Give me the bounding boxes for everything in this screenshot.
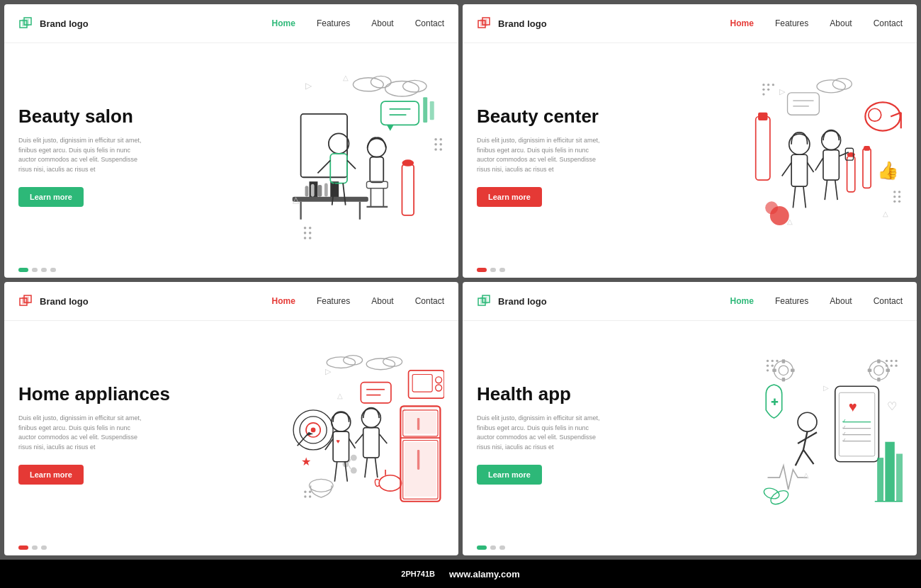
dot-3-4 bbox=[499, 545, 505, 550]
nav-home-2[interactable]: Home bbox=[730, 18, 754, 28]
svg-point-95 bbox=[893, 200, 895, 203]
svg-point-6 bbox=[371, 76, 391, 88]
svg-rect-103 bbox=[22, 297, 29, 304]
svg-line-81 bbox=[793, 186, 795, 208]
svg-point-7 bbox=[385, 81, 419, 96]
svg-line-188 bbox=[796, 450, 803, 465]
brand-text-1: Brand logo bbox=[40, 18, 89, 29]
svg-point-16 bbox=[439, 138, 442, 141]
svg-point-154 bbox=[304, 491, 306, 493]
nav-contact-4[interactable]: Contact bbox=[874, 296, 903, 306]
cta-button-3[interactable]: Learn more bbox=[18, 465, 84, 485]
nav-links-3: Home Features About Contact bbox=[272, 296, 444, 306]
nav-home-4[interactable]: Home bbox=[730, 296, 754, 306]
svg-line-82 bbox=[803, 186, 806, 208]
svg-point-94 bbox=[898, 196, 900, 198]
cta-button-1[interactable]: Learn more bbox=[18, 187, 84, 207]
svg-line-140 bbox=[355, 434, 363, 443]
svg-line-79 bbox=[782, 162, 791, 176]
dot-2-1 bbox=[32, 268, 38, 272]
svg-point-127 bbox=[351, 468, 357, 474]
nav-about-4[interactable]: About bbox=[830, 296, 852, 306]
svg-point-93 bbox=[893, 196, 895, 198]
svg-line-89 bbox=[835, 180, 837, 200]
svg-point-174 bbox=[779, 366, 788, 375]
nav-home-1[interactable]: Home bbox=[272, 18, 295, 28]
svg-rect-149 bbox=[417, 418, 419, 430]
brand-logo-icon-1 bbox=[18, 15, 35, 32]
svg-rect-62 bbox=[788, 93, 820, 115]
svg-point-153 bbox=[310, 479, 334, 492]
card-left-4: Health app Duis elit justo, dignissim in… bbox=[477, 335, 633, 533]
svg-point-47 bbox=[309, 227, 312, 230]
card-title-1: Beauty salon bbox=[18, 106, 174, 128]
dots-4 bbox=[463, 540, 917, 555]
card-right-2: ▷ bbox=[633, 57, 903, 255]
dots-1 bbox=[4, 262, 458, 278]
svg-point-155 bbox=[309, 491, 311, 493]
svg-point-151 bbox=[379, 475, 401, 491]
svg-text:✓: ✓ bbox=[842, 437, 847, 443]
svg-point-111 bbox=[436, 385, 442, 391]
nav-features-1[interactable]: Features bbox=[317, 18, 350, 28]
svg-point-105 bbox=[344, 356, 363, 365]
svg-text:♥: ♥ bbox=[337, 438, 340, 445]
nav-contact-3[interactable]: Contact bbox=[415, 296, 444, 306]
svg-line-141 bbox=[365, 458, 367, 477]
card-desc-2: Duis elit justo, dignissim in efficitur … bbox=[477, 136, 604, 174]
svg-point-55 bbox=[762, 84, 764, 86]
svg-text:👍: 👍 bbox=[877, 160, 899, 181]
svg-point-49 bbox=[309, 232, 312, 234]
card-right-4: ✚ ♥ bbox=[633, 335, 903, 533]
cta-button-4[interactable]: Learn more bbox=[477, 465, 542, 485]
dot-2-4 bbox=[490, 545, 496, 550]
svg-line-134 bbox=[349, 439, 356, 448]
brand-4: Brand logo bbox=[477, 293, 576, 310]
nav-about-2[interactable]: About bbox=[830, 18, 852, 28]
svg-rect-184 bbox=[886, 369, 890, 372]
nav-contact-1[interactable]: Contact bbox=[415, 18, 444, 28]
svg-point-66 bbox=[832, 79, 852, 90]
svg-line-139 bbox=[379, 434, 387, 443]
svg-text:♡: ♡ bbox=[887, 400, 897, 412]
svg-rect-21 bbox=[301, 114, 347, 177]
nav-features-3[interactable]: Features bbox=[317, 296, 350, 306]
svg-rect-138 bbox=[363, 428, 379, 458]
dot-2-2 bbox=[490, 268, 496, 272]
svg-point-91 bbox=[893, 191, 895, 193]
svg-rect-203 bbox=[877, 458, 883, 502]
nav-about-1[interactable]: About bbox=[371, 18, 393, 28]
svg-point-166 bbox=[767, 369, 769, 371]
svg-point-50 bbox=[304, 237, 307, 239]
nav-features-2[interactable]: Features bbox=[775, 18, 808, 28]
svg-text:✓: ✓ bbox=[842, 431, 847, 437]
svg-point-208 bbox=[769, 488, 791, 507]
nav-links-2: Home Features About Contact bbox=[730, 18, 903, 28]
nav-about-3[interactable]: About bbox=[371, 296, 393, 306]
svg-point-167 bbox=[886, 360, 888, 362]
brand-text-3: Brand logo bbox=[40, 296, 89, 307]
nav-home-3[interactable]: Home bbox=[272, 296, 295, 306]
card-health-app: Brand logo Home Features About Contact H… bbox=[463, 282, 917, 555]
dot-2-3 bbox=[32, 545, 38, 550]
card-title-3: Home appliances bbox=[18, 383, 174, 405]
svg-point-15 bbox=[434, 138, 437, 141]
dot-active-1 bbox=[18, 268, 28, 272]
cta-button-2[interactable]: Learn more bbox=[477, 187, 542, 207]
svg-point-31 bbox=[329, 133, 349, 154]
svg-rect-205 bbox=[896, 454, 903, 502]
svg-text:✓: ✓ bbox=[842, 424, 847, 431]
svg-point-98 bbox=[765, 201, 778, 214]
svg-point-161 bbox=[767, 360, 769, 362]
nav-features-4[interactable]: Features bbox=[775, 296, 808, 306]
brand-1: Brand logo bbox=[18, 15, 118, 32]
navbar-1: Brand logo Home Features About Contact bbox=[4, 4, 458, 43]
nav-contact-2[interactable]: Contact bbox=[874, 18, 903, 28]
svg-line-189 bbox=[803, 450, 814, 464]
dot-active-2 bbox=[477, 268, 487, 272]
svg-rect-178 bbox=[791, 369, 795, 372]
svg-point-92 bbox=[898, 191, 900, 193]
svg-line-36 bbox=[343, 183, 346, 205]
brand-3: Brand logo bbox=[18, 293, 118, 310]
card-title-2: Beauty center bbox=[477, 106, 633, 128]
